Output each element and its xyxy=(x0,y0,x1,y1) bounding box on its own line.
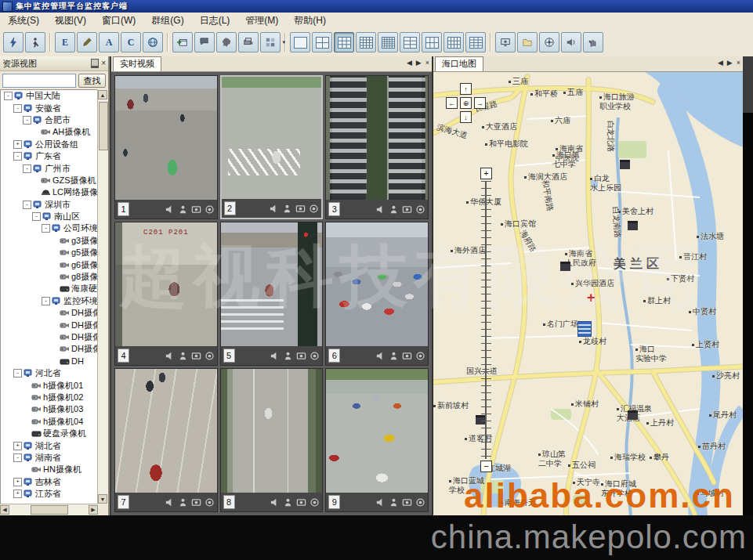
scroll-thumb[interactable] xyxy=(99,102,108,150)
tree-item[interactable]: -广州市 xyxy=(1,162,98,174)
expand-icon[interactable]: + xyxy=(13,478,22,486)
tab-close-icon[interactable]: × xyxy=(425,59,429,67)
layout-1x1-button[interactable] xyxy=(290,32,310,52)
talk-icon[interactable] xyxy=(283,497,293,508)
tree-item[interactable]: LC网络摄像机 xyxy=(1,186,98,198)
tree-item[interactable]: HN摄像机 xyxy=(1,464,98,475)
zoom-out-button[interactable]: − xyxy=(480,461,492,472)
speaker-icon[interactable] xyxy=(165,204,175,215)
snapshot-icon[interactable] xyxy=(296,351,306,361)
tab-next-icon[interactable]: ▶ xyxy=(727,59,733,67)
tree-item[interactable]: -深圳市 xyxy=(1,199,98,211)
collapse-icon[interactable]: - xyxy=(23,116,31,125)
tree-item[interactable]: -公司环境监控 xyxy=(1,222,98,234)
scroll-left-icon[interactable]: ◀ xyxy=(0,505,9,515)
layout-2x3-button[interactable] xyxy=(422,32,442,52)
layout-3x4-button[interactable] xyxy=(443,32,464,52)
tree-item[interactable]: h摄像机03 xyxy=(1,403,98,415)
menu-item-0[interactable]: 系统(S) xyxy=(0,13,47,29)
record-icon[interactable] xyxy=(205,497,215,508)
zoom-track[interactable] xyxy=(481,181,491,459)
chevron-down-icon[interactable]: ▾ xyxy=(282,39,285,45)
collapse-icon[interactable]: - xyxy=(13,152,22,161)
video-cell-7[interactable]: 7 xyxy=(114,368,218,512)
scroll-right-icon[interactable]: ▶ xyxy=(89,505,98,515)
tree-item[interactable]: -中国大陆 xyxy=(1,90,98,102)
tree-item[interactable]: h摄像机02 xyxy=(1,392,98,403)
scroll-up-icon[interactable]: ▲ xyxy=(98,90,107,99)
talk-icon[interactable] xyxy=(389,204,399,215)
record-icon[interactable] xyxy=(415,204,425,215)
zoom-in-button[interactable]: + xyxy=(480,168,492,179)
tree-item[interactable]: h摄像机01 xyxy=(1,379,98,391)
find-button[interactable]: 查找 xyxy=(78,74,106,88)
tab-prev-icon[interactable]: ◀ xyxy=(718,59,723,67)
china-map-button[interactable] xyxy=(216,32,237,52)
video-feed[interactable] xyxy=(326,222,428,346)
menu-item-2[interactable]: 窗口(W) xyxy=(94,13,143,29)
pan-left-button[interactable]: ← xyxy=(446,97,458,109)
blocks-button[interactable]: ▾ xyxy=(260,32,281,52)
tree-item[interactable]: g5摄像机 xyxy=(1,247,98,258)
record-icon[interactable] xyxy=(310,497,320,508)
pan-center-button[interactable]: ⊕ xyxy=(460,97,472,109)
scroll-down-icon[interactable]: ▼ xyxy=(98,494,107,504)
pin-icon[interactable] xyxy=(91,59,99,68)
collapse-icon[interactable]: - xyxy=(13,453,22,462)
collapse-icon[interactable]: - xyxy=(32,212,41,221)
compass-button[interactable] xyxy=(539,32,559,52)
tree-item[interactable]: h摄像机04 xyxy=(1,416,98,428)
video-feed[interactable] xyxy=(326,369,428,493)
tree-item[interactable]: AH摄像机 xyxy=(1,126,98,138)
tree-item[interactable]: -监控环境二 xyxy=(1,295,98,307)
record-icon[interactable] xyxy=(310,351,320,361)
menu-item-5[interactable]: 管理(M) xyxy=(237,13,286,29)
speaker-icon[interactable] xyxy=(375,204,386,215)
pen-button[interactable] xyxy=(77,32,97,52)
tree-item[interactable]: DH摄像机 xyxy=(1,343,98,355)
tree-item[interactable]: DH xyxy=(1,356,98,367)
layout-3x2-button[interactable] xyxy=(400,32,420,52)
expand-icon[interactable]: + xyxy=(13,140,22,149)
menu-item-6[interactable]: 帮助(H) xyxy=(286,13,334,29)
expand-icon[interactable]: + xyxy=(13,490,22,498)
talk-icon[interactable] xyxy=(389,497,399,508)
talk-icon[interactable] xyxy=(178,351,188,361)
pan-down-button[interactable]: ↓ xyxy=(460,111,472,123)
collapse-icon[interactable]: - xyxy=(23,164,31,173)
record-icon[interactable] xyxy=(205,351,215,361)
tree-horizontal-scrollbar[interactable]: ◀ ▶ xyxy=(0,504,98,515)
expand-icon[interactable]: + xyxy=(13,442,22,450)
snapshot-icon[interactable] xyxy=(191,204,201,215)
tree-item[interactable]: g6摄像机 xyxy=(1,258,98,270)
collapse-icon[interactable]: - xyxy=(42,297,50,305)
tree-item[interactable]: -安徽省 xyxy=(1,102,98,114)
tree-item[interactable]: +江苏省 xyxy=(1,488,98,500)
speaker-icon[interactable] xyxy=(269,204,279,214)
tree-item[interactable]: +公用设备组 xyxy=(1,139,98,150)
tree-item[interactable]: GZS摄像机 xyxy=(1,175,98,186)
tab-close-icon[interactable]: × xyxy=(737,59,740,67)
video-feed[interactable] xyxy=(115,369,217,493)
pan-right-button[interactable]: → xyxy=(474,97,486,109)
record-icon[interactable] xyxy=(415,351,425,361)
tree-vertical-scrollbar[interactable]: ▲ ▼ xyxy=(97,89,108,504)
map-canvas[interactable]: 三庙五庙六庙和平桥长堤路海口旅游 职业学校大亚酒店白龙北路海南省 中医院和平电影… xyxy=(433,72,743,515)
speaker-icon[interactable] xyxy=(270,497,280,508)
globe-button[interactable] xyxy=(143,32,163,52)
speaker-icon[interactable] xyxy=(165,351,175,361)
layout-3x3-button[interactable] xyxy=(334,32,354,52)
snapshot-icon[interactable] xyxy=(191,497,201,508)
tab-next-icon[interactable]: ▶ xyxy=(416,59,422,67)
tree-item[interactable]: -湖南省 xyxy=(1,452,98,464)
collapse-icon[interactable]: - xyxy=(4,92,13,100)
record-icon[interactable] xyxy=(205,204,215,215)
snapshot-icon[interactable] xyxy=(295,204,306,214)
speaker-button[interactable] xyxy=(561,32,581,52)
video-cell-2[interactable]: 2 xyxy=(220,75,324,219)
window-plus-button[interactable] xyxy=(172,32,193,52)
collapse-icon[interactable]: - xyxy=(13,369,22,378)
tree-item[interactable]: g3摄像机 xyxy=(1,235,98,247)
collapse-icon[interactable]: - xyxy=(23,201,31,209)
tree-item[interactable]: -南山区 xyxy=(1,211,98,222)
